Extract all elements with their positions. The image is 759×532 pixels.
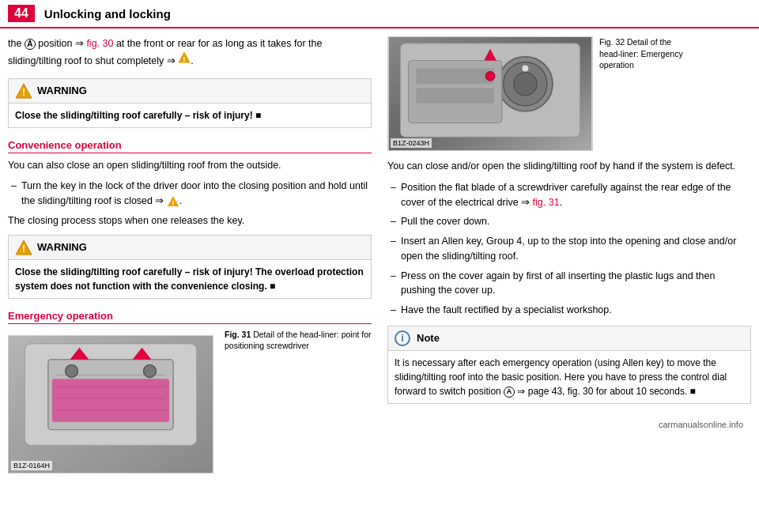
warning-body-2: Close the sliding/tilting roof carefully… — [9, 260, 371, 298]
svg-point-29 — [485, 71, 495, 81]
svg-text:!: ! — [22, 243, 25, 255]
bullet-5-text: Have the fault rectified by a specialist… — [401, 303, 612, 318]
svg-rect-28 — [416, 88, 494, 104]
page-header: 44 Unlocking and locking — [0, 0, 759, 28]
fig32-image-container: B1Z-0243H — [387, 36, 593, 151]
warning-body-1: Close the sliding/tilting roof carefully… — [9, 104, 371, 127]
right-bullet-3: – Insert an Allen key, Group 4, up to th… — [387, 234, 751, 264]
fig32-ref: Fig. 32 — [599, 37, 625, 47]
right-bullet-1: – Position the flat blade of a screwdriv… — [387, 180, 751, 210]
svg-point-24 — [514, 72, 538, 96]
fig31-inline-ref: fig. 31 — [533, 197, 560, 208]
note-label: Note — [417, 332, 440, 344]
bullet-2-text: Pull the cover down. — [401, 214, 490, 229]
warning-symbol-inline: ! — [178, 51, 191, 64]
right-para1: You can close and/or open the sliding/ti… — [387, 159, 751, 174]
emergency-title: Emergency operation — [8, 310, 372, 324]
warning-header-1: ! WARNING — [9, 79, 371, 104]
svg-point-15 — [66, 364, 78, 377]
warning-stop-2: ■ — [270, 281, 275, 292]
note-stop: ■ — [690, 386, 696, 397]
right-bullet-5: – Have the fault rectified by a speciali… — [387, 303, 751, 318]
page-number: 44 — [8, 5, 35, 22]
svg-text:!: ! — [22, 87, 25, 98]
fig31-area: B1Z-0164H Fig. 31 Detail of the head-lin… — [8, 329, 372, 480]
warning-text-1: Close the sliding/tilting roof carefully… — [15, 110, 253, 121]
bullet-3-text: Insert an Allen key, Group 4, up to the … — [401, 234, 751, 264]
website-watermark: carmanualsonline.info — [387, 420, 751, 429]
main-content: the A position ⇒ fig. 30 at the front or… — [0, 36, 759, 480]
position-icon: A — [25, 39, 36, 50]
right-column: B1Z-0243H Fig. 32 Detail of the head-lin… — [387, 36, 751, 480]
convenience-bullet-text: Turn the key in the lock of the driver d… — [21, 179, 372, 209]
fig31-caption: Fig. 31 Detail of the head-liner: point … — [221, 329, 372, 352]
svg-rect-17 — [52, 379, 169, 421]
left-column: the A position ⇒ fig. 30 at the front or… — [8, 36, 372, 480]
warning-box-1: ! WARNING Close the sliding/tilting roof… — [8, 78, 372, 128]
svg-text:!: ! — [183, 55, 186, 63]
warning-label-1: WARNING — [37, 85, 87, 96]
position-icon-note: A — [504, 387, 515, 398]
fig32-code: B1Z-0243H — [391, 138, 432, 148]
fig32-svg — [388, 37, 592, 150]
convenience-para2: The closing process stops when one relea… — [8, 213, 372, 228]
right-bullet-4: – Press on the cover again by first of a… — [387, 269, 751, 299]
fig31-svg — [9, 336, 213, 473]
convenience-title: Convenience operation — [8, 139, 372, 153]
fig30-ref: fig. 30 — [86, 38, 113, 49]
convenience-bullet: – Turn the key in the lock of the driver… — [8, 179, 372, 209]
note-header: i Note — [388, 326, 750, 351]
svg-rect-27 — [416, 68, 494, 84]
fig32-caption: Fig. 32 Detail of the head-liner: Emerge… — [599, 36, 686, 71]
warning-text-2: Close the sliding/tilting roof carefully… — [15, 266, 364, 292]
fig31-ref: Fig. 31 — [225, 330, 251, 339]
warning-triangle-icon-2: ! — [15, 240, 32, 255]
svg-text:!: ! — [172, 199, 174, 207]
svg-point-16 — [144, 364, 157, 377]
right-bullet-2: – Pull the cover down. — [387, 214, 751, 229]
page-title: Unlocking and locking — [44, 7, 171, 21]
page-container: 44 Unlocking and locking the A position … — [0, 0, 759, 480]
fig31-interior — [9, 336, 213, 473]
warning-box-2: ! WARNING Close the sliding/tilting roof… — [8, 235, 372, 299]
warning-label-2: WARNING — [37, 241, 87, 253]
note-box: i Note It is necessary after each emerge… — [387, 326, 751, 404]
fig32-image: B1Z-0243H — [387, 36, 593, 151]
bullet-dash-1: – — [11, 179, 17, 209]
svg-point-25 — [522, 66, 528, 72]
bullet-4-text: Press on the cover again by first of all… — [401, 269, 751, 299]
note-icon: i — [395, 330, 410, 346]
intro-text: the A position ⇒ fig. 30 at the front or… — [8, 36, 372, 69]
note-body: It is necessary after each emergency ope… — [388, 351, 750, 403]
convenience-para1: You can also close an open sliding/tilti… — [8, 158, 372, 173]
fig31-image: B1Z-0164H — [8, 335, 213, 474]
warning-stop-1: ■ — [255, 110, 261, 121]
warning-header-2: ! WARNING — [9, 236, 371, 260]
warning-triangle-icon-1: ! — [15, 83, 32, 99]
fig32-area: B1Z-0243H Fig. 32 Detail of the head-lin… — [387, 36, 751, 151]
fig31-code: B1Z-0164H — [11, 461, 52, 470]
warning-symbol-inline-2: ! — [167, 195, 179, 208]
